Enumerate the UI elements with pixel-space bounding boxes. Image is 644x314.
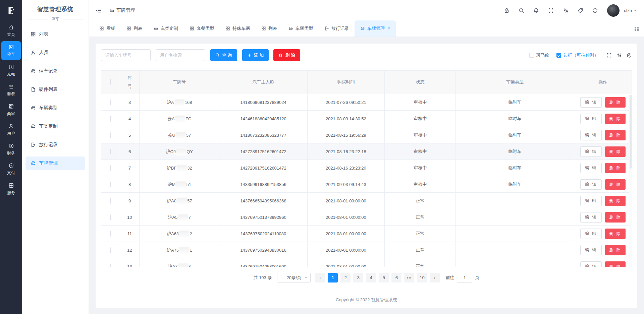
row-edit-button[interactable]: 编 辑 xyxy=(580,196,602,206)
row-edit-button[interactable]: 编 辑 xyxy=(580,245,602,255)
row-checkbox[interactable] xyxy=(110,149,111,154)
sidebar-item-7[interactable]: 放行记录 xyxy=(25,138,85,151)
row-edit-button[interactable]: 编 辑 xyxy=(580,229,602,239)
tab-1[interactable]: 看板 xyxy=(94,20,121,37)
row-delete-button[interactable]: 删 除 xyxy=(605,163,625,173)
row-checkbox[interactable] xyxy=(110,214,111,220)
row-delete-button[interactable]: 删 除 xyxy=(605,179,625,190)
row-delete-button[interactable]: 删 除 xyxy=(605,146,625,157)
page-button-10[interactable]: 10 xyxy=(417,273,427,282)
sidebar-item-6[interactable]: 车类定制 xyxy=(25,120,85,133)
tab-5[interactable]: 特殊车辆 xyxy=(220,20,256,37)
sidebar-item-5[interactable]: 车辆类型 xyxy=(25,101,85,115)
zebra-checkbox[interactable] xyxy=(529,53,534,58)
query-button[interactable]: 查 询 xyxy=(210,49,237,61)
row-delete-button[interactable]: 删 除 xyxy=(605,196,625,206)
row-delete-button[interactable]: 删 除 xyxy=(605,212,625,223)
rail-item-charge[interactable]: 充电 xyxy=(1,61,21,80)
car-icon xyxy=(109,8,114,13)
page-button-6[interactable]: 6 xyxy=(391,273,401,282)
row-edit-button[interactable]: 编 辑 xyxy=(580,97,602,108)
row-edit-button[interactable]: 编 辑 xyxy=(580,163,602,173)
prev-page-button[interactable]: ‹ xyxy=(315,273,325,282)
row-checkbox[interactable] xyxy=(110,264,111,267)
row-delete-button[interactable]: 删 除 xyxy=(605,261,625,267)
user-menu[interactable]: cfzh xyxy=(624,8,637,13)
purchase-time: 2021-08-01 00:00:00 xyxy=(307,193,384,209)
rail-item-user[interactable]: 用户 xyxy=(1,120,21,139)
table-scrollbar[interactable] xyxy=(629,94,632,267)
avatar[interactable] xyxy=(607,4,620,17)
username-search-input[interactable] xyxy=(156,49,205,61)
app-logo[interactable] xyxy=(0,0,22,21)
tab-2[interactable]: 列表 xyxy=(121,20,148,37)
row-edit-button[interactable]: 编 辑 xyxy=(580,261,602,267)
sidebar-item-1[interactable]: 列表 xyxy=(25,27,85,41)
tab-7[interactable]: 车辆类型 xyxy=(283,20,319,37)
row-edit-button[interactable]: 编 辑 xyxy=(580,130,602,140)
tab-4[interactable]: 套餐类型 xyxy=(184,20,220,37)
sidebar-item-3[interactable]: 停车记录 xyxy=(25,64,85,78)
row-edit-button[interactable]: 编 辑 xyxy=(580,146,602,157)
plate-number: 沪A168 xyxy=(140,94,219,111)
tab-6[interactable]: 列表 xyxy=(256,20,283,37)
row-delete-button[interactable]: 删 除 xyxy=(605,97,625,108)
row-edit-button[interactable]: 编 辑 xyxy=(580,179,602,190)
page-button-3[interactable]: 3 xyxy=(353,273,363,282)
rail-item-shop[interactable]: 商家 xyxy=(1,101,21,119)
row-delete-button[interactable]: 删 除 xyxy=(605,229,625,239)
delete-button[interactable]: 删 除 xyxy=(273,49,300,61)
row-delete-button[interactable]: 删 除 xyxy=(605,130,625,140)
row-edit-button[interactable]: 编 辑 xyxy=(580,114,602,124)
plate-number: 苏U57 xyxy=(140,127,219,143)
goto-page-input[interactable] xyxy=(457,273,472,282)
row-checkbox[interactable] xyxy=(110,132,111,138)
row-checkbox[interactable] xyxy=(110,198,111,204)
tab-3[interactable]: 车类定制 xyxy=(148,20,184,37)
rail-item-label: 支付 xyxy=(7,170,15,176)
row-checkbox[interactable] xyxy=(110,165,111,171)
close-icon[interactable]: × xyxy=(388,26,390,31)
settings-gear-icon[interactable] xyxy=(627,53,632,58)
rail-item-vip[interactable]: VIP套餐 xyxy=(1,81,21,100)
bell-icon xyxy=(533,8,539,13)
tab-8[interactable]: 放行记录 xyxy=(319,20,355,37)
sidebar-item-8[interactable]: 车牌管理 xyxy=(25,156,85,170)
row-checkbox[interactable] xyxy=(110,100,111,105)
row-edit-button[interactable]: 编 辑 xyxy=(580,212,602,223)
expand-icon[interactable] xyxy=(606,53,612,58)
sidebar-collapse-icon[interactable] xyxy=(96,7,102,14)
rail-item-service[interactable]: 服务 xyxy=(1,180,21,198)
row-checkbox[interactable] xyxy=(110,182,111,187)
add-button[interactable]: 添 加 xyxy=(242,49,269,61)
border-checkbox[interactable] xyxy=(556,53,561,58)
scrollbar-thumb[interactable] xyxy=(630,95,632,169)
rail-item-pay[interactable]: 支付 xyxy=(1,160,21,179)
page-size-select[interactable]: 20条/页 xyxy=(277,273,311,282)
row-checkbox[interactable] xyxy=(110,231,111,237)
page-button-5[interactable]: 5 xyxy=(379,273,389,282)
page-button-1[interactable]: 1 xyxy=(328,273,338,282)
tabbar: 看板列表车类定制套餐类型特殊车辆列表车辆类型放行记录车牌管理× xyxy=(89,21,644,37)
rail-item-home[interactable]: 首页 xyxy=(1,21,21,40)
rail-item-parking[interactable]: 停车 xyxy=(1,41,21,60)
row-checkbox[interactable] xyxy=(110,116,111,122)
select-all-checkbox[interactable] xyxy=(110,79,111,85)
row-delete-button[interactable]: 删 除 xyxy=(605,114,625,124)
page-button-2[interactable]: 2 xyxy=(340,273,351,282)
rail-item-finance[interactable]: 财务 xyxy=(1,140,21,159)
row-checkbox[interactable] xyxy=(110,247,111,253)
sidebar-item-2[interactable]: 人员 xyxy=(25,46,85,59)
status-text: 审核中 xyxy=(385,176,456,193)
tab-9[interactable]: 车牌管理× xyxy=(355,20,396,37)
row-delete-button[interactable]: 删 除 xyxy=(605,245,625,255)
plate-search-input[interactable] xyxy=(101,49,151,61)
more-pages-button[interactable]: ••• xyxy=(404,273,414,282)
column-settings-icon[interactable] xyxy=(616,53,622,58)
owner-id: 1437697501373992960 xyxy=(219,209,307,226)
page-button-4[interactable]: 4 xyxy=(366,273,376,282)
tab-options-icon[interactable] xyxy=(634,26,639,32)
logo-icon xyxy=(6,5,16,15)
sidebar-item-4[interactable]: 硬件列表 xyxy=(25,83,85,96)
next-page-button[interactable]: › xyxy=(430,273,440,282)
